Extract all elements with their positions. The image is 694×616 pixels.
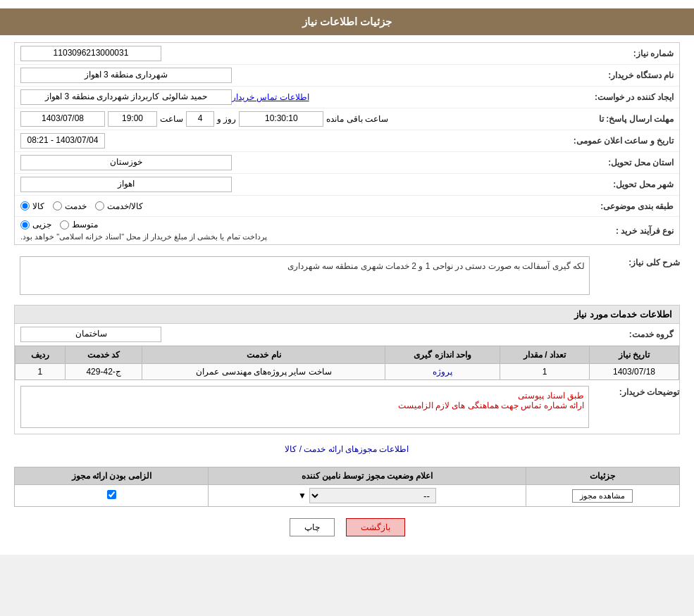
service-group-value: ساختمان bbox=[20, 327, 575, 342]
request-number-row: شماره نیاز: 1103096213000031 bbox=[15, 43, 679, 65]
purchase-partial-radio[interactable] bbox=[20, 220, 30, 230]
city-input: اهواز bbox=[20, 177, 232, 192]
announce-row: تاریخ و ساعت اعلان عمومی: 1403/07/04 - 0… bbox=[15, 130, 679, 152]
announce-value: 1403/07/04 - 08:21 bbox=[20, 133, 568, 149]
description-label: شرح کلی نیاز: bbox=[595, 252, 680, 268]
license-status-cell: -- ▼ bbox=[209, 485, 526, 507]
province-value: خوزستان bbox=[20, 155, 575, 170]
purchase-medium-radio[interactable] bbox=[60, 220, 69, 230]
category-service-label: خدمت bbox=[65, 201, 87, 211]
creator-value: اطلاعات تماس خریدار حمید شالوئی کاربرداز… bbox=[20, 89, 575, 105]
category-goods-service-radio[interactable] bbox=[95, 201, 104, 210]
request-number-input: 1103096213000031 bbox=[20, 46, 161, 61]
license-mandatory-cell bbox=[15, 485, 209, 507]
license-status-select[interactable]: -- bbox=[309, 488, 436, 503]
category-options: کالا/خدمت خدمت کالا bbox=[20, 201, 575, 211]
buyer-notes-line1: طبق اسناد پیوستی bbox=[25, 391, 584, 401]
province-label: استان محل تحویل: bbox=[575, 158, 674, 168]
col-status: اعلام وضعیت مجوز توسط نامین کننده bbox=[209, 467, 526, 485]
category-goods-label: کالا bbox=[32, 201, 44, 211]
table-row: 1403/07/18 1 پروژه ساخت سایر پروژه‌های م… bbox=[16, 364, 679, 380]
back-button[interactable]: بازگشت bbox=[346, 518, 405, 536]
buyer-org-row: نام دستگاه خریدار: شهرداری منطقه 3 اهواز bbox=[15, 65, 679, 87]
purchase-type-row: نوع فرآیند خرید : متوسط جزیی bbox=[15, 217, 679, 244]
buyer-notes-line2: ارائه شماره تماس جهت هماهنگی های لازم ال… bbox=[25, 401, 584, 410]
request-number-label: شماره نیاز: bbox=[575, 49, 674, 58]
license-section-link[interactable]: اطلاعات مجوزهای ارائه خدمت / کالا bbox=[14, 441, 680, 457]
deadline-row: مهلت ارسال پاسخ: تا ساعت باقی مانده 10:3… bbox=[15, 108, 679, 130]
services-section-title: اطلاعات خدمات مورد نیاز bbox=[15, 306, 679, 324]
col-details: جزئیات bbox=[526, 467, 679, 485]
time-input: 19:00 bbox=[108, 111, 157, 127]
chevron-down-icon: ▼ bbox=[298, 491, 306, 501]
license-table-header: جزئیات اعلام وضعیت مجوز توسط نامین کننده… bbox=[15, 467, 680, 485]
purchase-medium-label: متوسط bbox=[72, 220, 98, 230]
page-wrapper: جزئیات اطلاعات نیاز شماره نیاز: 11030962… bbox=[0, 0, 694, 555]
license-mandatory-checkbox[interactable] bbox=[107, 490, 116, 499]
buyer-notes-box: طبق اسناد پیوستی ارائه شماره تماس جهت هم… bbox=[20, 386, 589, 428]
buyer-org-input: شهرداری منطقه 3 اهواز bbox=[20, 68, 232, 83]
main-info-section: شماره نیاز: 1103096213000031 نام دستگاه … bbox=[14, 42, 680, 245]
city-row: شهر محل تحویل: اهواز bbox=[15, 174, 679, 196]
announce-label: تاریخ و ساعت اعلان عمومی: bbox=[568, 136, 674, 146]
days-label: روز و bbox=[217, 114, 236, 124]
row-num-cell: 1 bbox=[16, 364, 66, 380]
service-code-cell: ج-42-429 bbox=[65, 364, 142, 380]
remaining-input: 10:30:10 bbox=[239, 111, 323, 127]
category-label: طبقه بندی موضوعی: bbox=[575, 201, 674, 211]
deadline-label: مهلت ارسال پاسخ: تا bbox=[575, 114, 674, 124]
category-goods-service: کالا/خدمت bbox=[95, 201, 143, 211]
category-goods-radio[interactable] bbox=[20, 201, 30, 210]
service-name-cell: ساخت سایر پروژه‌های مهندسی عمران bbox=[142, 364, 385, 380]
purchase-medium: متوسط bbox=[60, 220, 98, 230]
bottom-buttons: بازگشت چاپ bbox=[14, 507, 680, 548]
contact-link[interactable]: اطلاعات تماس خریدار bbox=[232, 92, 309, 102]
buyer-notes-label: توضیحات خریدار: bbox=[595, 383, 679, 397]
purchase-partial-label: جزیی bbox=[32, 220, 51, 230]
purchase-note: پرداخت تمام یا بخشی از مبلغ خریدار از مح… bbox=[20, 232, 267, 241]
city-value: اهواز bbox=[20, 177, 575, 192]
deadline-values: ساعت باقی مانده 10:30:10 روز و 4 ساعت 19… bbox=[20, 111, 575, 127]
category-service: خدمت bbox=[53, 201, 87, 211]
print-button[interactable]: چاپ bbox=[290, 518, 335, 536]
announce-input: 1403/07/04 - 08:21 bbox=[20, 133, 105, 149]
col-row-num: ردیف bbox=[16, 346, 66, 364]
purchase-type-options: متوسط جزیی پرداخت تمام یا بخشی از مبلغ خ… bbox=[20, 220, 575, 241]
unit-cell: پروژه bbox=[385, 364, 500, 380]
license-details-cell: مشاهده مجوز bbox=[526, 485, 679, 507]
buyer-notes-row: توضیحات خریدار: طبق اسناد پیوستی ارائه ش… bbox=[15, 383, 679, 431]
city-label: شهر محل تحویل: bbox=[575, 180, 674, 189]
creator-row: ایجاد کننده در خواست: اطلاعات تماس خریدا… bbox=[15, 87, 679, 108]
col-service-name: نام خدمت bbox=[142, 346, 385, 364]
request-number-value: 1103096213000031 bbox=[20, 46, 575, 61]
col-quantity: تعداد / مقدار bbox=[500, 346, 590, 364]
view-license-button[interactable]: مشاهده مجوز bbox=[572, 489, 633, 503]
col-unit: واحد اندازه گیری bbox=[385, 346, 500, 364]
license-row: مشاهده مجوز -- ▼ bbox=[15, 485, 680, 507]
services-section: اطلاعات خدمات مورد نیاز گروه خدمت: ساختم… bbox=[14, 305, 680, 434]
time-label: ساعت bbox=[160, 114, 183, 124]
date-input: 1403/07/08 bbox=[20, 111, 105, 127]
description-section: شرح کلی نیاز: لکه گیری آسفالت به صورت دس… bbox=[14, 252, 680, 299]
category-goods-service-label: کالا/خدمت bbox=[107, 201, 143, 211]
buyer-org-label: نام دستگاه خریدار: bbox=[575, 70, 674, 80]
license-table: جزئیات اعلام وضعیت مجوز توسط نامین کننده… bbox=[14, 467, 680, 507]
purchase-type-label: نوع فرآیند خرید : bbox=[575, 226, 674, 236]
category-row: طبقه بندی موضوعی: کالا/خدمت خدمت کالا bbox=[15, 196, 679, 217]
province-row: استان محل تحویل: خوزستان bbox=[15, 152, 679, 174]
category-goods: کالا bbox=[20, 201, 44, 211]
service-group-row: گروه خدمت: ساختمان bbox=[15, 324, 679, 346]
need-date-cell: 1403/07/18 bbox=[589, 364, 678, 380]
purchase-partial: جزیی bbox=[20, 220, 51, 230]
creator-label: ایجاد کننده در خواست: bbox=[575, 92, 674, 102]
category-service-radio[interactable] bbox=[53, 201, 62, 210]
service-group-label: گروه خدمت: bbox=[575, 329, 674, 339]
col-service-code: کد خدمت bbox=[65, 346, 142, 364]
description-box: لکه گیری آسفالت به صورت دستی در نواحی 1 … bbox=[20, 256, 590, 295]
days-input: 4 bbox=[186, 111, 214, 127]
page-title: جزئیات اطلاعات نیاز bbox=[0, 8, 694, 35]
remaining-label: ساعت باقی مانده bbox=[326, 114, 388, 124]
buyer-org-value: شهرداری منطقه 3 اهواز bbox=[20, 68, 575, 83]
service-group-input: ساختمان bbox=[20, 327, 161, 342]
quantity-cell: 1 bbox=[500, 364, 590, 380]
